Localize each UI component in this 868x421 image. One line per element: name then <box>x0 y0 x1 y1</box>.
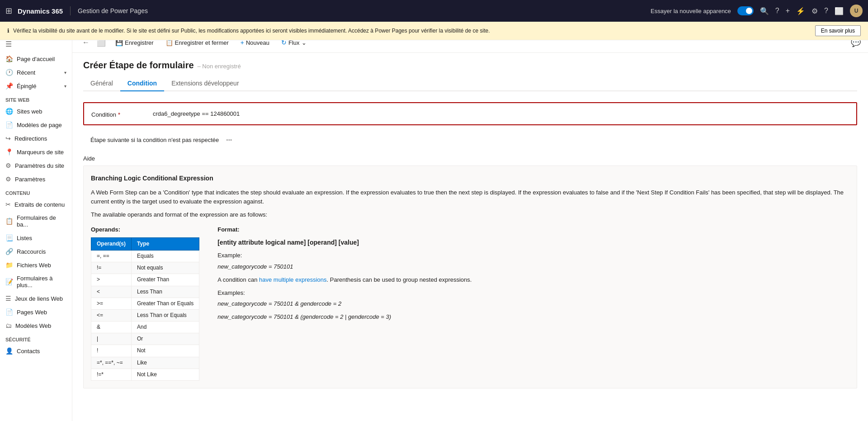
operand-cell: | <box>91 333 132 345</box>
operand-cell: & <box>91 322 132 333</box>
toggle-label: Essayer la nouvelle apparence <box>651 8 731 14</box>
sidebar-item-marqueurs[interactable]: 📍 Marqueurs de site <box>0 145 72 159</box>
top-nav-right: Essayer la nouvelle apparence 🔍 ? + ⚡ ⚙ … <box>651 5 863 17</box>
help-title: Branching Logic Conditional Expression <box>91 173 849 183</box>
links-icon: ☰ <box>5 295 11 302</box>
table-row: &And <box>91 322 199 333</box>
folder-icon: 📁 <box>5 261 13 269</box>
example-value: new_categorycode = 750101 <box>217 262 849 272</box>
sidebar-item-sites-web[interactable]: 🌐 Sites web <box>0 104 72 118</box>
screen-icon[interactable]: ⬜ <box>835 7 844 15</box>
sidebar-item-label: Formulaires à plus... <box>17 275 66 289</box>
alert-info-icon: ℹ <box>7 28 9 34</box>
page-title-row: Créer Étape de formulaire – Non enregist… <box>83 60 857 71</box>
sidebar-item-jeux-liens[interactable]: ☰ Jeux de liens Web <box>0 292 72 305</box>
grid-icon[interactable]: ⊞ <box>5 6 12 16</box>
operand-cell: >= <box>91 298 132 309</box>
filter-icon[interactable]: ⚡ <box>796 7 805 15</box>
forms-icon: 📝 <box>5 278 13 285</box>
type-cell: Not <box>132 345 199 357</box>
alert-text-container: ℹ Vérifiez la visibilité du site avant d… <box>7 28 490 34</box>
add-icon[interactable]: + <box>786 7 790 15</box>
sidebar-item-redirections[interactable]: ↪ Redirections <box>0 132 72 145</box>
type-cell: Less Than <box>132 286 199 298</box>
operand-cell: =, == <box>91 250 132 262</box>
format-note: A condition can have multiple expression… <box>217 275 849 285</box>
nav-divider <box>70 6 71 15</box>
help-icon[interactable]: ? <box>775 7 779 15</box>
page-header: Créer Étape de formulaire – Non enregist… <box>72 53 868 91</box>
page-subtitle: – Non enregistré <box>198 63 241 70</box>
pages-icon: 📄 <box>5 308 13 316</box>
sidebar-item-label: Récent <box>17 69 35 76</box>
condition-row: Condition * <box>91 109 849 119</box>
pin-icon: 📌 <box>5 82 13 90</box>
sidebar-item-parametres[interactable]: ⚙ Paramètres <box>0 172 72 186</box>
sidebar-item-pinned[interactable]: 📌 Épinglé ▾ <box>0 79 72 93</box>
marker-icon: 📍 <box>5 148 13 156</box>
operand-cell: < <box>91 286 132 298</box>
sidebar-item-label: Paramètres du site <box>15 162 64 169</box>
sidebar-item-recent[interactable]: 🕐 Récent ▾ <box>0 66 72 79</box>
sidebar: ☰ 🏠 Page d'accueil 🕐 Récent ▾ 📌 Épinglé … <box>0 33 72 421</box>
format-section: Format: [entity attribute logical name] … <box>217 225 849 381</box>
sidebar-item-contacts[interactable]: 👤 Contacts <box>0 344 72 358</box>
sidebar-item-label: Jeux de liens Web <box>15 295 63 302</box>
sidebar-item-pages-web[interactable]: 📄 Pages Web <box>0 305 72 319</box>
operand-cell: > <box>91 274 132 286</box>
sidebar-item-label: Fichiers Web <box>17 262 51 269</box>
sidebar-item-formulaires-ba[interactable]: 📋 Formulaires de ba... <box>0 211 72 231</box>
type-cell: Greater Than <box>132 274 199 286</box>
tab-condition[interactable]: Condition <box>120 76 164 91</box>
sidebar-item-label: Épinglé <box>17 83 36 90</box>
sidebar-item-home[interactable]: 🏠 Page d'accueil <box>0 52 72 66</box>
operand-cell: <= <box>91 309 132 321</box>
form-icon: 📋 <box>5 218 13 225</box>
alert-banner: ℹ Vérifiez la visibilité du site avant d… <box>0 22 868 40</box>
avatar[interactable]: U <box>850 5 863 17</box>
operand-cell: != <box>91 262 132 274</box>
sidebar-item-modeles-page[interactable]: 📄 Modèles de page <box>0 118 72 132</box>
tab-extensions[interactable]: Extensions développeur <box>164 76 246 91</box>
sidebar-item-label: Contacts <box>17 348 40 355</box>
example-2: new_categorycode = 750101 & (gendercode … <box>217 312 849 322</box>
learn-more-button[interactable]: En savoir plus <box>815 25 861 36</box>
operands-section: Operands: Operand(s) Type =, ==Equals!=N… <box>91 225 199 381</box>
sidebar-item-label: Pages Web <box>17 309 47 316</box>
sidebar-item-label: Modèles Web <box>15 322 51 329</box>
sidebar-item-modeles-web[interactable]: 🗂 Modèles Web <box>0 319 72 332</box>
next-step-row: Étape suivante si la condition n'est pas… <box>83 132 857 148</box>
operand-cell: =*, ==*, ~= <box>91 357 132 369</box>
operands-title: Operands: <box>91 225 199 235</box>
settings-icon: ⚙ <box>5 175 11 183</box>
sidebar-item-label: Extraits de contenu <box>14 201 65 208</box>
contenu-section-title: Contenu <box>0 186 72 198</box>
sidebar-item-listes[interactable]: 📃 Listes <box>0 231 72 245</box>
top-navigation: ⊞ Dynamics 365 Gestion de Power Pages Es… <box>0 0 868 22</box>
sidebar-item-fichiers[interactable]: 📁 Fichiers Web <box>0 258 72 272</box>
redirect-icon: ↪ <box>5 135 11 142</box>
next-step-label: Étape suivante si la condition n'est pas… <box>90 136 219 144</box>
site-web-section-title: Site Web <box>0 93 72 104</box>
type-cell: Greater Than or Equals <box>132 298 199 309</box>
search-icon[interactable]: 🔍 <box>760 7 769 15</box>
sidebar-item-formulaires-plus[interactable]: 📝 Formulaires à plus... <box>0 272 72 292</box>
format-title: Format: <box>217 225 849 235</box>
main-layout: ☰ 🏠 Page d'accueil 🕐 Récent ▾ 📌 Épinglé … <box>0 33 868 421</box>
help-section: Branching Logic Conditional Expression A… <box>83 166 857 388</box>
settings-icon[interactable]: ⚙ <box>811 7 818 15</box>
new-look-toggle[interactable] <box>737 6 754 15</box>
operands-table: Operand(s) Type =, ==Equals!=Not equals>… <box>91 237 199 381</box>
sidebar-item-raccourcis[interactable]: 🔗 Raccourcis <box>0 245 72 258</box>
sidebar-item-extraits[interactable]: ✂ Extraits de contenu <box>0 198 72 211</box>
table-row: !Not <box>91 345 199 357</box>
tab-general[interactable]: Général <box>83 76 120 91</box>
table-row: <Less Than <box>91 286 199 298</box>
required-star: * <box>118 111 120 118</box>
table-row: =*, ==*, ~=Like <box>91 357 199 369</box>
type-cell: And <box>132 322 199 333</box>
condition-input[interactable] <box>153 109 849 119</box>
examples-label: Examples: <box>217 289 849 298</box>
question-icon[interactable]: ? <box>824 7 828 15</box>
sidebar-item-parametres-site[interactable]: ⚙ Paramètres du site <box>0 159 72 172</box>
